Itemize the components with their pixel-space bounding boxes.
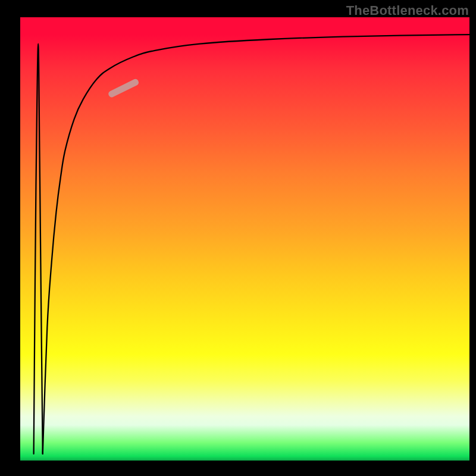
- bottleneck-curve-main: [43, 35, 469, 454]
- bottleneck-curve-spike: [34, 44, 43, 454]
- watermark-text: TheBottleneck.com: [346, 3, 469, 18]
- plot-area: [20, 17, 469, 461]
- curve-marker: [108, 78, 140, 98]
- plot-svg: [20, 17, 469, 461]
- chart-container: TheBottleneck.com: [0, 0, 476, 476]
